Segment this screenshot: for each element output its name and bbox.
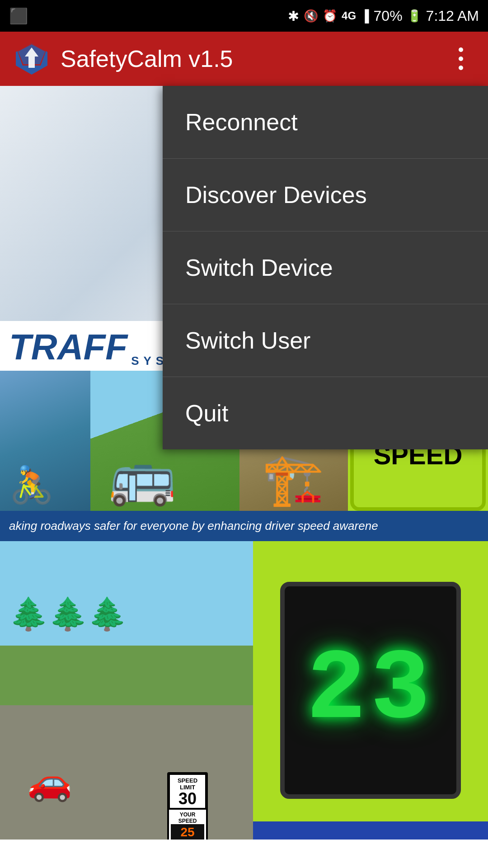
your-speed-label: YOURSPEED: [171, 811, 204, 824]
battery-icon: 🔋: [407, 9, 422, 23]
overflow-menu-button[interactable]: [447, 41, 474, 77]
radar-speed-number: 23: [306, 634, 435, 747]
speed-limit-sign: SPEED LIMIT 30: [167, 772, 208, 812]
alarm-icon: ⏰: [323, 9, 337, 23]
battery-percent: 70%: [374, 8, 403, 24]
menu-item-discover-devices-label: Discover Devices: [185, 182, 367, 208]
app-logo: [14, 41, 50, 77]
app-bar: SafetyCalm v1.5: [0, 32, 488, 86]
status-right-area: ✱ 🔇 ⏰ 4G ▐ 70% 🔋 7:12 AM: [288, 8, 479, 24]
menu-item-switch-device[interactable]: Switch Device: [163, 231, 488, 304]
radar-speed-display: 23: [253, 541, 488, 840]
menu-item-reconnect[interactable]: Reconnect: [163, 86, 488, 159]
your-speed-post-sign: YOURSPEED 25: [167, 808, 208, 840]
your-speed-value: 25: [171, 824, 204, 840]
menu-item-switch-user-label: Switch User: [185, 327, 310, 354]
status-left-icons: ⬛: [9, 7, 28, 25]
speed-limit-title: SPEED LIMIT: [173, 778, 202, 791]
menu-item-switch-device-label: Switch Device: [185, 255, 333, 281]
menu-item-discover-devices[interactable]: Discover Devices: [163, 159, 488, 231]
overflow-dot-3: [459, 66, 463, 70]
menu-item-reconnect-label: Reconnect: [185, 109, 298, 135]
radar-display-box: 23: [280, 582, 461, 799]
speed-limit-number: 30: [173, 791, 202, 807]
overflow-dot-1: [459, 47, 463, 52]
menu-item-quit[interactable]: Quit: [163, 377, 488, 449]
menu-item-switch-user[interactable]: Switch User: [163, 304, 488, 377]
status-bar: ⬛ ✱ 🔇 ⏰ 4G ▐ 70% 🔋 7:12 AM: [0, 0, 488, 32]
dropdown-menu: Reconnect Discover Devices Switch Device…: [163, 86, 488, 449]
signal-icon: ▐: [361, 9, 369, 23]
menu-item-quit-label: Quit: [185, 400, 228, 426]
clock: 7:12 AM: [426, 8, 479, 24]
app-title: SafetyCalm v1.5: [61, 45, 447, 72]
lte-icon: 4G: [342, 9, 356, 22]
overflow-dot-2: [459, 57, 463, 61]
status-icons: ⬛: [9, 7, 28, 25]
menu-background-overlay: [0, 86, 163, 868]
mute-icon: 🔇: [304, 9, 318, 23]
screenshot-icon: ⬛: [9, 7, 28, 25]
bluetooth-icon: ✱: [288, 8, 299, 24]
